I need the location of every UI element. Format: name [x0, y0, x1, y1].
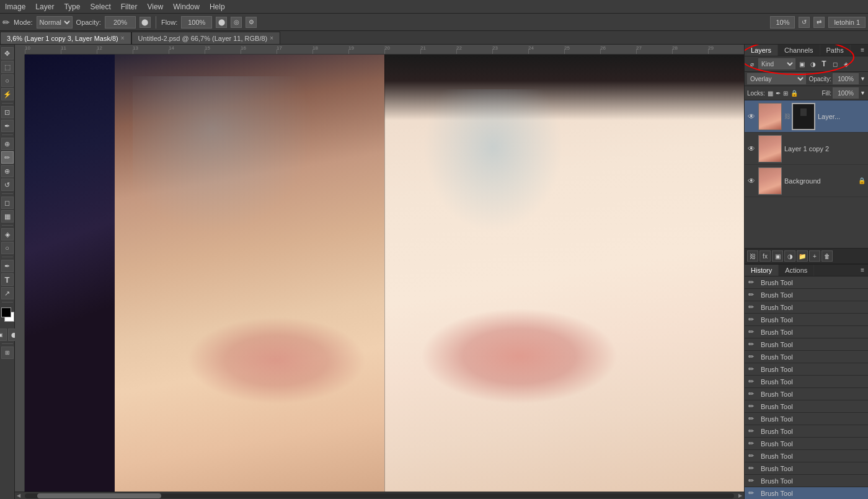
healing-tool-btn[interactable]: ⊕	[1, 138, 14, 150]
history-item-16[interactable]: ✏ Brush Tool	[745, 475, 868, 487]
scroll-right-arrow[interactable]: ▶	[737, 492, 744, 500]
opacity-row-input[interactable]	[833, 73, 859, 84]
history-item-1[interactable]: ✏ Brush Tool	[745, 289, 868, 301]
type-tool-btn[interactable]: T	[1, 273, 14, 286]
tab-close-0[interactable]: ×	[121, 35, 125, 42]
menu-filter[interactable]: Filter	[116, 2, 143, 11]
history-item-5[interactable]: ✏ Brush Tool	[745, 338, 868, 351]
eraser-tool-btn[interactable]: ◻	[1, 197, 14, 209]
path-select-btn[interactable]: ↗	[1, 287, 14, 299]
history-item-6[interactable]: ✏ Brush Tool	[745, 351, 868, 363]
canvas-inner[interactable]	[25, 55, 744, 492]
history-item-17[interactable]: ✏ Brush Tool	[745, 487, 868, 499]
history-item-0[interactable]: ✏ Brush Tool	[745, 276, 868, 289]
menu-help[interactable]: Help	[205, 2, 230, 11]
canvas-panel-left[interactable]	[25, 55, 384, 492]
standard-mode-btn[interactable]: ▣	[0, 329, 7, 341]
history-item-7[interactable]: ✏ Brush Tool	[745, 363, 868, 376]
lasso-tool-btn[interactable]: ○	[1, 74, 14, 87]
layer-item-1[interactable]: 👁 Layer 1 copy 2	[745, 133, 868, 165]
menu-window[interactable]: Window	[168, 2, 205, 11]
lock-all-icon[interactable]: 🔒	[790, 90, 798, 97]
new-adjustment-btn[interactable]: ◑	[784, 250, 795, 262]
user-account[interactable]: letohin 1	[828, 17, 866, 28]
canvas-flip-icon[interactable]: ⇄	[813, 17, 825, 28]
add-style-btn[interactable]: fx	[760, 250, 771, 262]
tab-paths[interactable]: Paths	[820, 45, 851, 56]
history-item-13[interactable]: ✏ Brush Tool	[745, 438, 868, 450]
gradient-tool-btn[interactable]: ▦	[1, 210, 14, 223]
new-group-btn[interactable]: 📁	[797, 250, 808, 262]
menu-view[interactable]: View	[142, 2, 168, 11]
lock-pos-icon[interactable]: ✒	[776, 90, 781, 97]
pixel-filter-icon[interactable]: ▣	[797, 59, 807, 69]
tab-layers[interactable]: Layers	[745, 45, 778, 56]
tab-layer-mask[interactable]: 3,6% (Layer 1 copy 3, Layer Mask/8) ×	[0, 32, 131, 44]
menu-image[interactable]: Image	[0, 2, 30, 11]
horizontal-scrollbar[interactable]: ◀ ▶	[15, 492, 744, 499]
tab-close-1[interactable]: ×	[270, 35, 273, 42]
flow-input[interactable]	[181, 16, 212, 29]
history-item-3[interactable]: ✏ Brush Tool	[745, 314, 868, 326]
add-mask-btn[interactable]: ▣	[772, 250, 783, 262]
tab-actions[interactable]: Actions	[779, 265, 814, 276]
history-item-9[interactable]: ✏ Brush Tool	[745, 388, 868, 400]
history-menu-btn[interactable]: ≡	[857, 265, 868, 276]
adjustment-filter-icon[interactable]: ◑	[808, 59, 818, 69]
layer-visibility-0[interactable]: 👁	[747, 112, 756, 121]
quick-select-tool-btn[interactable]: ⚡	[1, 88, 14, 100]
zoom-input[interactable]	[770, 16, 795, 29]
foreground-color[interactable]	[1, 307, 11, 317]
tab-untitled[interactable]: Untitled-2.psd @ 66,7% (Layer 11, RGB/8)…	[131, 32, 281, 44]
dodge-tool-btn[interactable]: ○	[1, 242, 14, 254]
brush-tool-btn[interactable]: ✏	[1, 151, 14, 164]
menu-select[interactable]: Select	[85, 2, 115, 11]
scroll-left-arrow[interactable]: ◀	[15, 492, 22, 500]
kind-filter-select[interactable]: Kind	[758, 58, 795, 69]
history-item-10[interactable]: ✏ Brush Tool	[745, 400, 868, 413]
blend-mode-select[interactable]: Normal	[37, 16, 73, 29]
history-item-8[interactable]: ✏ Brush Tool	[745, 376, 868, 388]
history-item-14[interactable]: ✏ Brush Tool	[745, 450, 868, 462]
move-tool-btn[interactable]: ✥	[1, 47, 14, 60]
history-item-2[interactable]: ✏ Brush Tool	[745, 301, 868, 314]
lock-artboard-icon[interactable]: ⊞	[783, 90, 788, 97]
screen-mode-btn[interactable]: ⊞	[1, 347, 14, 359]
canvas-panel-right[interactable]	[384, 55, 744, 492]
opacity-input[interactable]	[105, 16, 136, 29]
pen-tool-btn[interactable]: ✒	[1, 260, 14, 272]
fill-input[interactable]	[833, 87, 859, 99]
layer-blend-select[interactable]: Overlay	[747, 73, 806, 84]
scroll-track[interactable]	[25, 493, 734, 498]
selection-tool-btn[interactable]: ⬚	[1, 61, 14, 73]
eyedropper-tool-btn[interactable]: ✒	[1, 120, 14, 132]
opacity-arrow-icon[interactable]: ▼	[860, 76, 866, 82]
delete-layer-btn[interactable]: 🗑	[822, 250, 833, 262]
layer-visibility-1[interactable]: 👁	[747, 144, 756, 153]
opacity-toggle-icon[interactable]: ⬤	[140, 17, 151, 28]
history-item-4[interactable]: ✏ Brush Tool	[745, 326, 868, 338]
menu-type[interactable]: Type	[59, 2, 85, 11]
history-item-15[interactable]: ✏ Brush Tool	[745, 462, 868, 475]
history-brush-btn[interactable]: ↺	[1, 179, 14, 191]
fill-arrow-icon[interactable]: ▼	[860, 90, 866, 96]
type-filter-icon[interactable]: T	[819, 59, 829, 69]
history-item-12[interactable]: ✏ Brush Tool	[745, 425, 868, 438]
smart-filter-icon[interactable]: ◈	[841, 59, 851, 69]
panel-collapse-btn[interactable]: ≡	[857, 45, 868, 56]
tab-channels[interactable]: Channels	[778, 45, 820, 56]
canvas-rotate-icon[interactable]: ↺	[799, 17, 810, 28]
lock-pixels-icon[interactable]: ▦	[768, 90, 773, 97]
new-layer-btn[interactable]: +	[809, 250, 820, 262]
flow-toggle-icon[interactable]: ⬤	[216, 17, 227, 28]
clone-tool-btn[interactable]: ⊕	[1, 165, 14, 177]
scroll-thumb[interactable]	[37, 493, 161, 498]
tab-history[interactable]: History	[745, 265, 779, 276]
history-item-11[interactable]: ✏ Brush Tool	[745, 413, 868, 425]
shape-filter-icon[interactable]: ◻	[830, 59, 840, 69]
crop-tool-btn[interactable]: ⊡	[1, 106, 14, 118]
blur-tool-btn[interactable]: ◈	[1, 228, 14, 241]
layer-item-2[interactable]: 👁 Background 🔒	[745, 165, 868, 197]
link-layers-btn[interactable]: ⛓	[747, 250, 758, 262]
settings-icon[interactable]: ⚙	[246, 17, 257, 28]
